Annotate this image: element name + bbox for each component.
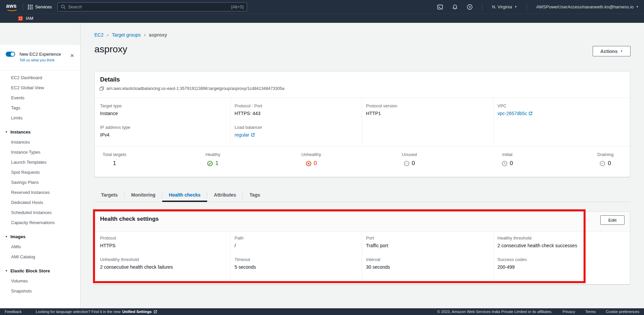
stat-value: 0: [597, 160, 613, 167]
account-menu[interactable]: AWSPowerUserAccess/navaneeth.kn@harness.…: [536, 4, 639, 9]
sidebar-item-snapshots[interactable]: Snapshots: [0, 286, 80, 296]
regular-link[interactable]: regular: [235, 132, 249, 138]
aws-logo[interactable]: aws: [5, 3, 18, 11]
sidebar-item-savings-plans[interactable]: Savings Plans: [0, 177, 80, 188]
sidebar-item-tags[interactable]: Tags: [0, 103, 80, 113]
tab-bar: TargetsMonitoringHealth checksAttributes…: [94, 189, 630, 202]
path-label: Path: [235, 235, 362, 241]
field-column: ProtocolHTTPSUnhealthy threshold2 consec…: [95, 232, 230, 284]
healthy-threshold-label: Healthy threshold: [498, 235, 630, 241]
close-icon[interactable]: ✕: [70, 53, 74, 58]
nav-divider: [526, 3, 527, 11]
footer: Feedback Looking for language selection?…: [0, 308, 644, 315]
tab-targets[interactable]: Targets: [94, 189, 125, 202]
sidebar-item-ec2-dashboard[interactable]: EC2 Dashboard: [0, 73, 80, 83]
sidebar-item-ami-catalog[interactable]: AMI Catalog: [0, 252, 80, 262]
services-label: Services: [35, 4, 52, 9]
sidebar-item-capacity-reservations[interactable]: Capacity Reservations: [0, 218, 80, 228]
tell-us-link[interactable]: Tell us what you think: [19, 58, 75, 62]
actions-button[interactable]: Actions ▼: [593, 46, 631, 56]
sidebar-section-elastic-block-store[interactable]: ▼Elastic Block Store: [0, 266, 80, 276]
health-check-settings-header: Health check settings Edit: [95, 212, 630, 232]
favorite-iam[interactable]: IAM: [18, 16, 33, 21]
sidebar: New EC2 Experience Tell us what you thin…: [0, 23, 81, 308]
new-experience-title: New EC2 Experience: [19, 52, 61, 57]
notifications-bell-icon[interactable]: [452, 4, 458, 10]
sidebar-item-dedicated-hosts[interactable]: Dedicated Hosts: [0, 198, 80, 208]
timeout-label: Timeout: [235, 257, 362, 262]
cloudshell-icon[interactable]: [437, 4, 443, 10]
search-shortcut-hint: [Alt+S]: [231, 5, 243, 9]
breadcrumb-target-groups[interactable]: Target groups: [112, 32, 141, 38]
external-link-icon: [528, 111, 533, 115]
chevron-down-icon: ▼: [636, 5, 639, 8]
sidebar-section-instances[interactable]: ▼Instances: [0, 127, 80, 137]
stat-label: Unhealthy: [302, 152, 321, 157]
feedback-link[interactable]: Feedback: [5, 310, 22, 314]
check-circle-icon: [207, 161, 213, 166]
port-label: Port: [366, 235, 493, 241]
field-column: VPCvpc-2657db5c: [493, 98, 630, 146]
edit-button[interactable]: Edit: [600, 215, 625, 225]
field-column: PortTraffic portInterval30 seconds: [362, 232, 493, 284]
vpc-2657db5c-link[interactable]: vpc-2657db5c: [498, 111, 527, 116]
actions-label: Actions: [600, 49, 617, 54]
tab-attributes[interactable]: Attributes: [207, 189, 243, 202]
favorite-iam-label: IAM: [26, 16, 33, 21]
stat-value: 1: [205, 160, 220, 167]
sidebar-item-instance-types[interactable]: Instance Types: [0, 147, 80, 157]
tab-health-checks[interactable]: Health checks: [162, 189, 207, 202]
favorites-bar: IAM: [0, 14, 644, 23]
privacy-link[interactable]: Privacy: [562, 310, 575, 314]
protocol-value: HTTPS: [100, 243, 230, 248]
new-experience-toggle[interactable]: [6, 52, 15, 57]
sidebar-item-instances[interactable]: Instances: [0, 137, 80, 147]
help-icon[interactable]: ?: [467, 4, 473, 10]
interval-label: Interval: [366, 257, 493, 262]
sidebar-item-spot-requests[interactable]: Spot Requests: [0, 167, 80, 177]
tab-tags[interactable]: Tags: [243, 189, 267, 202]
protocol-port-label: Protocol : Port: [235, 103, 362, 108]
search-input[interactable]: [68, 4, 229, 9]
details-title: Details: [95, 71, 630, 83]
sidebar-item-ec2-global-view[interactable]: EC2 Global View: [0, 83, 80, 93]
target-type-label: Target type: [100, 103, 230, 108]
field-column: Healthy threshold2 consecutive health ch…: [493, 232, 630, 284]
breadcrumb-ec2[interactable]: EC2: [94, 32, 103, 38]
unified-settings-link[interactable]: Unified Settings: [122, 310, 152, 314]
stat-draining: Draining0: [597, 152, 613, 167]
success-codes-label: Success codes: [498, 257, 630, 262]
tab-monitoring[interactable]: Monitoring: [125, 189, 162, 202]
sidebar-item-volumes[interactable]: Volumes: [0, 276, 80, 286]
stat-label: Total targets: [103, 152, 127, 157]
cookie-preferences-link[interactable]: Cookie preferences: [606, 310, 639, 314]
sidebar-item-amis[interactable]: AMIs: [0, 242, 80, 252]
section-label: Elastic Block Store: [10, 266, 50, 276]
sidebar-item-scheduled-instances[interactable]: Scheduled Instances: [0, 208, 80, 218]
region-selector[interactable]: N. Virginia ▼: [492, 4, 517, 9]
clock-circle-icon: [502, 161, 507, 166]
health-check-settings-title: Health check settings: [100, 216, 625, 222]
ellipsis-circle-icon: [404, 161, 409, 166]
timeout-value: 5 seconds: [235, 264, 362, 270]
top-navigation-bar: aws Services [Alt+S] ? N. Virginia ▼ AWS…: [0, 0, 644, 14]
copy-icon[interactable]: [99, 86, 104, 91]
global-search[interactable]: [Alt+S]: [57, 2, 247, 11]
sidebar-item-events[interactable]: Events: [0, 93, 80, 103]
stat-label: Unused: [402, 152, 417, 157]
stat-unused: Unused0: [402, 152, 417, 167]
sidebar-item-limits[interactable]: Limits: [0, 113, 80, 123]
sidebar-item-launch-templates[interactable]: Launch Templates: [0, 157, 80, 167]
external-link-icon: [153, 310, 157, 314]
success-codes-value: 200-499: [498, 264, 630, 270]
minus-circle-icon: [600, 161, 605, 166]
stat-unhealthy: Unhealthy0: [302, 152, 321, 167]
sidebar-item-reserved-instances[interactable]: Reserved Instances: [0, 188, 80, 198]
sidebar-section-images[interactable]: ▼Images: [0, 232, 80, 242]
services-menu-button[interactable]: Services: [28, 4, 52, 9]
terms-link[interactable]: Terms: [585, 310, 596, 314]
field-column: Target typeInstanceIP address typeIPv4: [95, 98, 230, 146]
healthy-threshold-value: 2 consecutive health check successes: [498, 243, 630, 248]
load-balancer-value: regular: [235, 132, 362, 138]
iam-service-icon: [18, 16, 23, 21]
